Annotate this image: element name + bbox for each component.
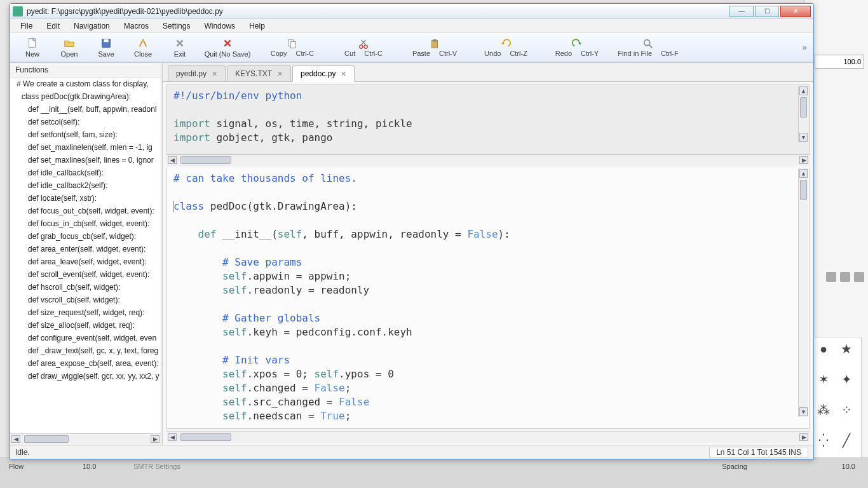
scroll-right-icon[interactable]: ▶ xyxy=(799,433,808,441)
close-icon[interactable]: ✕ xyxy=(212,70,217,78)
brush-line-icon[interactable]: ╱ xyxy=(837,431,856,449)
scroll-right-icon[interactable]: ▶ xyxy=(151,435,159,443)
find-button[interactable]: Find in FileCtrl-F xyxy=(613,38,684,57)
function-item[interactable]: def size_alloc(self, widget, req): xyxy=(10,319,161,332)
close-icon[interactable]: ✕ xyxy=(341,70,346,78)
undo-button[interactable]: UndoCtrl-Z xyxy=(470,38,541,57)
code-main-hscroll[interactable]: ◀ ▶ xyxy=(166,431,810,443)
menu-navigation[interactable]: Navigation xyxy=(67,20,116,32)
brush-dots-icon[interactable]: ⁛ xyxy=(814,431,833,449)
function-item[interactable]: def area_expose_cb(self, area, event): xyxy=(10,357,161,370)
scroll-thumb[interactable] xyxy=(180,433,231,441)
close-doc-button[interactable]: Close xyxy=(125,36,161,59)
code-header-pane[interactable]: #!/usr/bin/env python import signal, os,… xyxy=(166,85,810,154)
statusbar: Idle. Ln 51 Col 1 Tot 1545 INS xyxy=(10,445,813,459)
app-window: pyedit: F:\pgsrc\pygtk\pyedit\pyedit-021… xyxy=(10,3,814,459)
function-item[interactable]: def setfont(self, fam, size): xyxy=(10,128,161,141)
brush-grain-icon[interactable]: ⁂ xyxy=(814,401,833,419)
paste-button[interactable]: PasteCtrl-V xyxy=(399,38,470,57)
background-panel: 100.0 ● ★ ✶ ✦ ⁂ ⁘ ⁛ ╱ xyxy=(804,0,868,488)
function-item[interactable]: def set_maxlines(self, lines = 0, ignor xyxy=(10,154,161,166)
spacing-value: 10.0 xyxy=(842,463,855,470)
tab-keys[interactable]: KEYS.TXT✕ xyxy=(227,65,291,81)
function-item[interactable]: def focus_out_cb(self, widget, event): xyxy=(10,205,161,217)
function-item[interactable]: def draw_wiggle(self, gcr, xx, yy, xx2, … xyxy=(10,370,161,383)
function-item[interactable]: # We create a custom class for display, xyxy=(10,78,161,90)
app-icon xyxy=(13,6,23,17)
close-button[interactable]: ✕ xyxy=(780,6,811,17)
function-item[interactable]: def grab_focus_cb(self, widget): xyxy=(10,230,161,243)
function-item[interactable]: def area_enter(self, widget, event): xyxy=(10,243,161,255)
function-item[interactable]: def scroll_event(self, widget, event): xyxy=(10,268,161,281)
function-item[interactable]: def set_maxlinelen(self, mlen = -1, ig xyxy=(10,141,161,154)
titlebar[interactable]: pyedit: F:\pgsrc\pygtk\pyedit\pyedit-021… xyxy=(10,4,813,19)
redo-button[interactable]: RedoCtrl-Y xyxy=(541,38,613,57)
vscroll[interactable]: ▲▼ xyxy=(798,168,808,417)
toolbar: New Open Save Close Exit Quit (No Save) … xyxy=(10,33,813,62)
tab-peddoc[interactable]: peddoc.py✕ xyxy=(292,65,355,82)
scroll-left-icon[interactable]: ◀ xyxy=(168,156,177,164)
bg-icon-row xyxy=(815,272,864,285)
code-top-hscroll[interactable]: ◀ ▶ xyxy=(166,154,810,166)
function-item[interactable]: def vscroll_cb(self, widget): xyxy=(10,294,161,306)
new-button[interactable]: New xyxy=(14,36,51,59)
code-editor[interactable]: # can take thousands of lines. class ped… xyxy=(166,168,810,429)
menu-help[interactable]: Help xyxy=(243,20,271,32)
scroll-thumb[interactable] xyxy=(24,435,69,443)
scroll-thumb[interactable] xyxy=(800,97,807,118)
menu-file[interactable]: File xyxy=(14,20,39,32)
save-button[interactable]: Save xyxy=(88,36,125,59)
copy-button[interactable]: CopyCtrl-C xyxy=(257,38,328,57)
menu-windows[interactable]: Windows xyxy=(198,20,241,32)
vscroll[interactable]: ▲▼ xyxy=(798,86,808,142)
svg-rect-2 xyxy=(104,39,108,41)
scroll-thumb[interactable] xyxy=(180,156,231,164)
brush-star-icon[interactable]: ★ xyxy=(837,340,856,358)
cut-button[interactable]: CutCtrl-C xyxy=(328,38,399,57)
svg-point-3 xyxy=(142,40,144,42)
exit-button[interactable]: Exit xyxy=(161,36,198,59)
bg-spin[interactable]: 100.0 xyxy=(815,55,864,69)
brush-palette[interactable]: ● ★ ✶ ✦ ⁂ ⁘ ⁛ ╱ xyxy=(811,337,862,464)
menu-settings[interactable]: Settings xyxy=(156,20,196,32)
bg-mini-icon[interactable] xyxy=(854,272,864,282)
menu-macros[interactable]: Macros xyxy=(118,20,155,32)
brush-scatter-icon[interactable]: ✦ xyxy=(837,370,856,388)
brush-dot-icon[interactable]: ● xyxy=(814,340,833,358)
function-item[interactable]: def area_leave(self, widget, event): xyxy=(10,255,161,268)
function-item[interactable]: def size_request(self, widget, req): xyxy=(10,306,161,319)
function-item[interactable]: def hscroll_cb(self, widget): xyxy=(10,281,161,294)
function-item[interactable]: def focus_in_cb(self, widget, event): xyxy=(10,217,161,230)
window-title: pyedit: F:\pgsrc\pygtk\pyedit\pyedit-021… xyxy=(27,7,729,16)
menu-edit[interactable]: Edit xyxy=(40,20,66,32)
open-button[interactable]: Open xyxy=(51,36,88,59)
scroll-down-icon[interactable]: ▼ xyxy=(799,407,808,416)
sidebar-hscroll[interactable]: ◀ ▶ xyxy=(10,433,161,445)
brush-noise-icon[interactable]: ⁘ xyxy=(837,401,856,419)
scroll-down-icon[interactable]: ▼ xyxy=(799,133,808,142)
maximize-button[interactable]: ☐ xyxy=(755,6,779,17)
function-item[interactable]: def __init__(self, buff, appwin, readonl xyxy=(10,103,161,116)
function-item[interactable]: def _draw_text(self, gc, x, y, text, for… xyxy=(10,344,161,357)
toolbar-overflow-icon[interactable]: » xyxy=(796,43,813,52)
scroll-right-icon[interactable]: ▶ xyxy=(799,156,808,164)
scroll-thumb[interactable] xyxy=(800,180,807,200)
function-item[interactable]: def setcol(self): xyxy=(10,116,161,128)
scroll-up-icon[interactable]: ▲ xyxy=(799,169,808,178)
function-item[interactable]: def idle_callback(self): xyxy=(10,166,161,179)
scroll-left-icon[interactable]: ◀ xyxy=(11,435,20,443)
function-item[interactable]: def configure_event(self, widget, even xyxy=(10,332,161,344)
scroll-up-icon[interactable]: ▲ xyxy=(799,86,808,95)
tab-pyedit[interactable]: pyedit.py✕ xyxy=(168,65,226,81)
function-item[interactable]: class pedDoc(gtk.DrawingArea): xyxy=(10,90,161,103)
brush-spray-icon[interactable]: ✶ xyxy=(814,370,833,388)
function-item[interactable]: def idle_callback2(self): xyxy=(10,179,161,192)
quit-nosave-button[interactable]: Quit (No Save) xyxy=(198,36,257,59)
close-icon[interactable]: ✕ xyxy=(277,70,283,78)
scroll-left-icon[interactable]: ◀ xyxy=(168,433,177,441)
function-item[interactable]: def locate(self, xstr): xyxy=(10,192,161,205)
minimize-button[interactable]: — xyxy=(729,6,754,17)
bg-mini-icon[interactable] xyxy=(826,272,836,282)
bg-mini-icon[interactable] xyxy=(840,272,850,282)
function-list[interactable]: # We create a custom class for display,c… xyxy=(10,78,161,433)
